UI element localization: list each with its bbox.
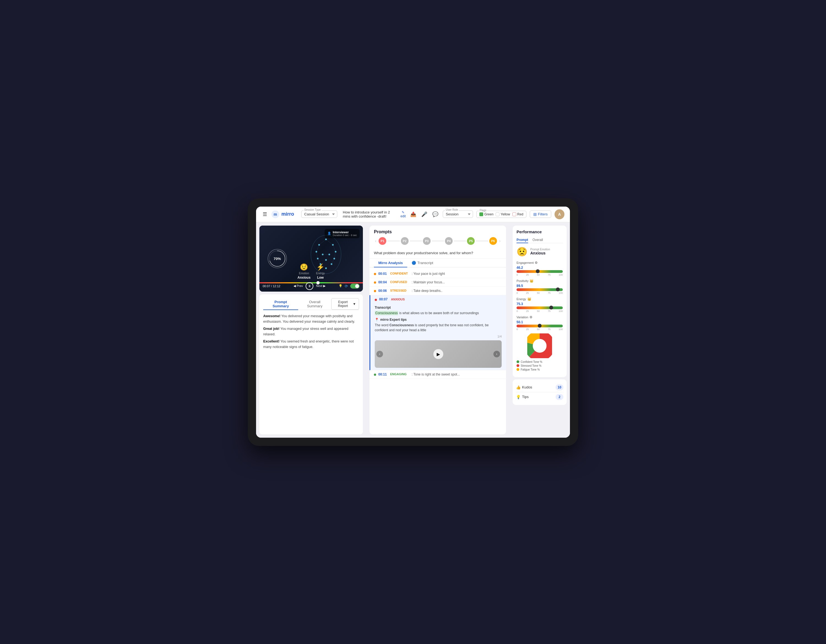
flag-red-checkbox[interactable] <box>512 212 516 216</box>
engagement-text: Engagement <box>517 261 534 265</box>
steps-prev-button[interactable]: ‹ <box>374 238 377 243</box>
status-confident: CONFIDENT <box>390 272 410 275</box>
step-p5[interactable]: P5 <box>467 237 475 245</box>
tips-icon: 💡 <box>516 395 521 399</box>
filters-button[interactable]: ▤ Filters <box>530 211 551 218</box>
step-p2[interactable]: P2 <box>401 237 408 245</box>
user-role-select[interactable]: Session Presenter Speaker <box>443 211 473 218</box>
export-chevron-icon: ▼ <box>353 302 356 306</box>
menu-button[interactable]: ☰ <box>262 210 268 218</box>
next-button[interactable]: Next ▶ <box>316 284 325 288</box>
analysis-item-1[interactable]: 00:01 CONFIDENT : Your pace is just righ… <box>370 269 506 278</box>
mirro-analysis-tab[interactable]: Mirro Analysis <box>374 259 407 267</box>
video-controls-center: ◀ Prev ⏸ Next ▶ <box>293 282 325 290</box>
status-stressed: STRESSED <box>390 289 410 292</box>
svg-point-12 <box>325 268 327 269</box>
svg-point-15 <box>325 259 327 261</box>
perf-tab-prompt[interactable]: Prompt <box>517 237 528 243</box>
top-bar-left: ☰ m mirro Session Type Casual Session Fo… <box>262 210 406 219</box>
emotion-item: 😟 Emotion Anxious <box>297 263 310 280</box>
energy-item: ⚡ Energy Low <box>316 263 325 280</box>
mic-button[interactable]: 🎤 <box>420 210 429 218</box>
svg-line-23 <box>319 239 326 245</box>
step-line-2 <box>410 241 422 241</box>
overall-summary-tab[interactable]: Overall Summary <box>298 298 331 310</box>
analysis-item-3[interactable]: 00:06 STRESSED : Take deep breaths.. <box>370 286 506 295</box>
export-report-button[interactable]: Export Report ▼ <box>331 298 359 310</box>
session-type-label: Session Type <box>303 208 321 211</box>
video-prev-arrow[interactable]: ‹ <box>376 351 383 358</box>
analysis-item-4-expanded[interactable]: 00:07 ANXIOUS Transcript Consciousness i… <box>370 295 506 370</box>
positivity-label: Positivity 👑 <box>517 279 563 283</box>
filters-label: Filters <box>538 212 548 216</box>
transcript-icon: 🔵 <box>411 261 416 265</box>
upload-button[interactable]: 📤 <box>409 210 418 218</box>
top-bar: ☰ m mirro Session Type Casual Session Fo… <box>256 207 570 222</box>
svg-text:70%: 70% <box>274 256 281 260</box>
legend-label-fatigue: Fatigue Tone % <box>521 368 540 371</box>
legend-dot-stressed <box>517 364 519 367</box>
play-pause-button[interactable]: ⏸ <box>306 282 313 290</box>
status-engaging: ENGAGING <box>390 373 410 376</box>
right-panel: Performance Prompt Overall 😟 Prompt Emot… <box>509 222 570 438</box>
video-play-button[interactable]: ▶ <box>433 349 443 359</box>
engagement-ticks: 0255075100 <box>517 274 563 276</box>
positivity-bar <box>517 288 563 291</box>
text-engaging: : Tone is right at the sweet spot... <box>411 373 460 376</box>
session-title: How to introduce yourself in 2 mins with… <box>343 210 397 218</box>
video-background: 70% 👤 Interviewer Duration 0 sec - 9 sec <box>259 226 363 292</box>
variation-bar <box>517 325 563 327</box>
text-confident: : Your pace is just right <box>411 272 445 276</box>
analysis-item-2[interactable]: 00:04 CONFUSED : Maintain your focus... <box>370 278 506 286</box>
energy-value: Low <box>317 276 324 280</box>
prompts-header: Prompts ‹ P1 P2 P3 P4 P5 <box>370 226 506 248</box>
engagement-bar <box>517 270 563 273</box>
prompt-summary-tab[interactable]: Prompt Summary <box>263 298 298 310</box>
flags-label: Flags <box>479 209 487 212</box>
positivity-icon: 👑 <box>529 279 534 283</box>
step-p4[interactable]: P4 <box>445 237 453 245</box>
light-icon: 💡 <box>338 284 343 288</box>
transcript-tab[interactable]: 🔵 Transcript <box>407 259 438 267</box>
flag-yellow-checkbox[interactable] <box>495 212 500 216</box>
text-confused: : Maintain your focus... <box>411 280 445 284</box>
performance-title: Performance <box>517 229 563 234</box>
analysis-item-5[interactable]: 00:11 ENGAGING : Tone is right at the sw… <box>370 370 506 379</box>
emotion-info: Prompt Emotion Anxious <box>530 248 550 255</box>
video-next-arrow[interactable]: › <box>494 351 500 358</box>
user-avatar[interactable]: A <box>554 209 564 219</box>
energy-thumb <box>549 306 553 310</box>
kudos-text: Kudos <box>522 385 532 389</box>
prompts-title: Prompts <box>374 229 502 234</box>
prev-button[interactable]: ◀ Prev <box>293 284 303 288</box>
step-p3[interactable]: P3 <box>423 237 431 245</box>
perf-tab-overall[interactable]: Overall <box>533 237 543 243</box>
logo-area: m mirro <box>271 210 294 219</box>
step-p6[interactable]: P6 <box>489 237 497 245</box>
edit-button[interactable]: ✎ edit <box>401 211 406 218</box>
svg-line-24 <box>326 239 333 245</box>
steps-next-button[interactable]: › <box>498 238 502 243</box>
interviewer-overlay: 👤 Interviewer Duration 0 sec - 9 sec <box>324 229 360 238</box>
summary-item-3: Excellent! You seemed fresh and energeti… <box>263 339 359 350</box>
chat-button[interactable]: 💬 <box>431 210 439 218</box>
session-type-select[interactable]: Casual Session Formal Session Practice <box>301 211 337 218</box>
dot-engaging <box>374 373 376 376</box>
flag-green-checkbox[interactable] <box>479 212 483 216</box>
variation-text: Variation <box>517 316 528 319</box>
summary-tab-bar: Prompt Summary Overall Summary Export Re… <box>263 298 359 310</box>
flag-green-label: Green <box>484 212 494 216</box>
top-icons: 📤 🎤 💬 <box>409 210 439 218</box>
step-p1[interactable]: P1 <box>379 237 386 245</box>
user-role-label: User Role <box>445 208 459 211</box>
video-nav-arrows: ‹ ▶ › <box>375 349 502 359</box>
prompt-question: What problem does your product/service s… <box>370 248 506 259</box>
legend-confident: Confident Tone % <box>517 361 563 364</box>
flags-wrapper: Flags Green Yellow Red <box>476 211 526 218</box>
legend-dot-confident <box>517 361 519 363</box>
left-panel: 70% 👤 Interviewer Duration 0 sec - 9 sec <box>256 222 366 438</box>
kudos-card: 👍 Kudos 10 💡 Tips 2 <box>513 379 567 405</box>
emotion-badges: 😟 Emotion Anxious ⚡ Energy Low <box>297 263 324 280</box>
toggle-switch[interactable] <box>350 283 360 289</box>
energy-ticks: 0255075100 <box>517 310 563 313</box>
